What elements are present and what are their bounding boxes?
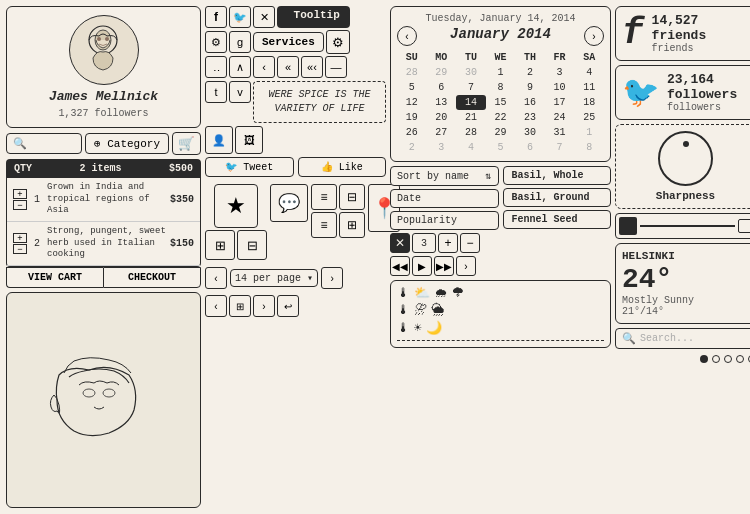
slider-thumb-light[interactable] xyxy=(738,219,750,233)
calendar-day-cell[interactable]: 21 xyxy=(456,110,486,125)
calendar-day-cell[interactable]: 15 xyxy=(486,95,516,110)
slider-thumb-dark[interactable] xyxy=(619,217,637,235)
image-icon-button[interactable]: 🖼 xyxy=(235,126,263,154)
fb-icon-button[interactable]: f xyxy=(205,6,227,28)
spice-item-1[interactable]: Basil, Whole xyxy=(503,166,612,185)
chat-icon-button[interactable]: 💬 xyxy=(270,184,308,222)
qty-increase-1[interactable]: + xyxy=(13,189,27,199)
star-button[interactable]: ★ xyxy=(214,184,258,228)
list4-button[interactable]: ⊞ xyxy=(339,212,365,238)
knob-dial[interactable] xyxy=(658,131,713,186)
dot-4[interactable] xyxy=(736,355,744,363)
calendar-day-cell[interactable]: 28 xyxy=(397,65,427,80)
stepper-cancel-button[interactable]: ✕ xyxy=(390,233,410,253)
dot-3[interactable] xyxy=(724,355,732,363)
calendar-day-cell[interactable]: 5 xyxy=(486,140,516,155)
list2-button[interactable]: ⊟ xyxy=(339,184,365,210)
calendar-day-cell[interactable]: 22 xyxy=(486,110,516,125)
calendar-day-cell[interactable]: 30 xyxy=(456,65,486,80)
calendar-day-cell[interactable]: 23 xyxy=(515,110,545,125)
services-button[interactable]: Services xyxy=(253,32,324,52)
like-button[interactable]: 👍 Like xyxy=(298,157,387,177)
view-cart-button[interactable]: VIEW CART xyxy=(6,267,103,288)
left-trpl-nav-button[interactable]: «‹ xyxy=(301,56,323,78)
calendar-day-cell[interactable]: 28 xyxy=(456,125,486,140)
calendar-day-cell[interactable]: 3 xyxy=(545,65,575,80)
dbl-left-button[interactable]: ‥ xyxy=(205,56,227,78)
cal-next-button[interactable]: › xyxy=(584,26,604,46)
qty-increase-2[interactable]: + xyxy=(13,233,27,243)
calendar-day-cell[interactable]: 26 xyxy=(397,125,427,140)
grid4-button[interactable]: ⊞ xyxy=(205,230,235,260)
play-forward-button[interactable]: › xyxy=(456,256,476,276)
page-prev-button[interactable]: ‹ xyxy=(205,267,227,289)
calendar-day-cell[interactable]: 14 xyxy=(456,95,486,110)
calendar-day-cell[interactable]: 1 xyxy=(486,65,516,80)
tweet-button[interactable]: 🐦 Tweet xyxy=(205,157,294,177)
calendar-day-cell[interactable]: 11 xyxy=(574,80,604,95)
search-box[interactable]: 🔍 xyxy=(6,133,82,154)
stepper-plus-button[interactable]: + xyxy=(438,233,458,253)
forward-button[interactable]: › xyxy=(253,295,275,317)
spice-item-3[interactable]: Fennel Seed xyxy=(503,210,612,229)
calendar-day-cell[interactable]: 20 xyxy=(427,110,457,125)
calendar-day-cell[interactable]: 19 xyxy=(397,110,427,125)
grid-view-button[interactable]: ⊞ xyxy=(229,295,251,317)
play-next-button[interactable]: ▶▶ xyxy=(434,256,454,276)
up-icon-button[interactable]: ∧ xyxy=(229,56,251,78)
calendar-day-cell[interactable]: 29 xyxy=(486,125,516,140)
calendar-day-cell[interactable]: 5 xyxy=(397,80,427,95)
calendar-day-cell[interactable]: 7 xyxy=(456,80,486,95)
calendar-day-cell[interactable]: 12 xyxy=(397,95,427,110)
calendar-day-cell[interactable]: 2 xyxy=(515,65,545,80)
sort-date[interactable]: Date xyxy=(390,189,499,208)
calendar-day-cell[interactable]: 17 xyxy=(545,95,575,110)
cart-icon-button[interactable]: 🛒 xyxy=(172,132,201,155)
play-prev-button[interactable]: ◀◀ xyxy=(390,256,410,276)
col4-search-bar[interactable]: 🔍 Search... xyxy=(615,328,750,349)
qty-decrease-2[interactable]: − xyxy=(13,244,27,254)
grid9-button[interactable]: ⊟ xyxy=(237,230,267,260)
dash-button[interactable]: — xyxy=(325,56,347,78)
calendar-day-cell[interactable]: 30 xyxy=(515,125,545,140)
calendar-day-cell[interactable]: 8 xyxy=(486,80,516,95)
calendar-day-cell[interactable]: 16 xyxy=(515,95,545,110)
calendar-day-cell[interactable]: 4 xyxy=(574,65,604,80)
left-dbl-nav-button[interactable]: « xyxy=(277,56,299,78)
qty-decrease-1[interactable]: − xyxy=(13,200,27,210)
calendar-day-cell[interactable]: 6 xyxy=(515,140,545,155)
category-button[interactable]: ⊕ Category xyxy=(85,133,169,154)
sort-popularity[interactable]: Popularity xyxy=(390,211,499,230)
calendar-day-cell[interactable]: 25 xyxy=(574,110,604,125)
person-icon-button[interactable]: 👤 xyxy=(205,126,233,154)
list3-button[interactable]: ≡ xyxy=(311,212,337,238)
checkout-button[interactable]: CHECKOUT xyxy=(103,267,201,288)
play-button[interactable]: ▶ xyxy=(412,256,432,276)
g-icon-button[interactable]: g xyxy=(229,31,251,53)
sort-select[interactable]: Sort by name ⇅ xyxy=(390,166,499,186)
calendar-day-cell[interactable]: 2 xyxy=(397,140,427,155)
calendar-day-cell[interactable]: 27 xyxy=(427,125,457,140)
refresh-button[interactable]: ↩ xyxy=(277,295,299,317)
close-icon-button[interactable]: ✕ xyxy=(253,6,275,28)
calendar-day-cell[interactable]: 8 xyxy=(574,140,604,155)
calendar-day-cell[interactable]: 9 xyxy=(515,80,545,95)
calendar-day-cell[interactable]: 4 xyxy=(456,140,486,155)
tumblr-button[interactable]: t xyxy=(205,81,227,103)
calendar-day-cell[interactable]: 7 xyxy=(545,140,575,155)
dot-1[interactable] xyxy=(700,355,708,363)
left-nav-button[interactable]: ‹ xyxy=(253,56,275,78)
calendar-day-cell[interactable]: 24 xyxy=(545,110,575,125)
settings-gear-button[interactable]: ⚙ xyxy=(326,30,350,54)
gear-icon-button[interactable]: ⚙ xyxy=(205,31,227,53)
stepper-minus-button[interactable]: − xyxy=(460,233,480,253)
calendar-day-cell[interactable]: 10 xyxy=(545,80,575,95)
cal-prev-button[interactable]: ‹ xyxy=(397,26,417,46)
calendar-day-cell[interactable]: 6 xyxy=(427,80,457,95)
vimeo-button[interactable]: v xyxy=(229,81,251,103)
calendar-day-cell[interactable]: 29 xyxy=(427,65,457,80)
page-next-button[interactable]: › xyxy=(321,267,343,289)
calendar-day-cell[interactable]: 18 xyxy=(574,95,604,110)
list1-button[interactable]: ≡ xyxy=(311,184,337,210)
spice-item-2[interactable]: Basil, Ground xyxy=(503,188,612,207)
